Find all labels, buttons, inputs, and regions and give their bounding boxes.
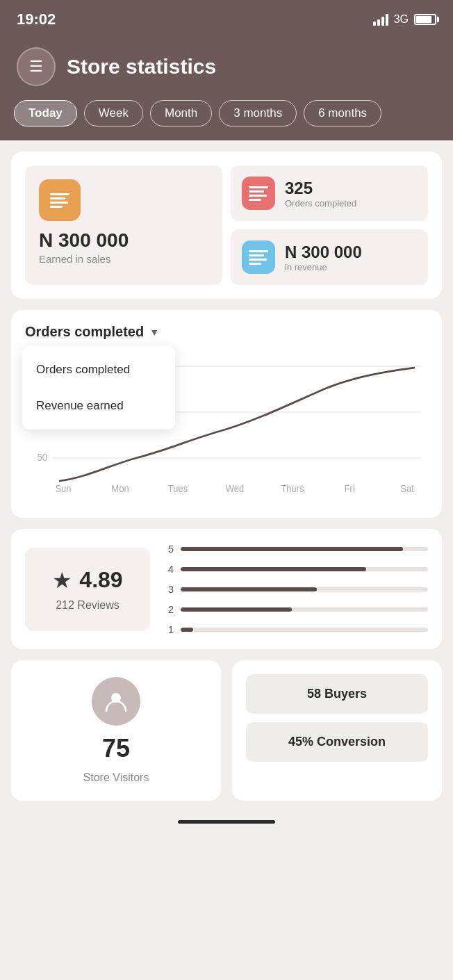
visitor-icon <box>92 677 140 726</box>
reviews-card: ★ 4.89 212 Reviews 5 4 3 2 1 <box>11 529 442 649</box>
svg-text:Tues: Tues <box>168 484 188 495</box>
star-icon: ★ <box>52 567 72 594</box>
main-stat: N 300 000 Earned in sales <box>25 165 222 285</box>
status-bar: 19:02 3G <box>0 0 453 36</box>
revenue-icon <box>242 240 275 274</box>
rating-row-5: 5 <box>164 543 428 555</box>
battery-icon <box>414 14 436 25</box>
visitors-row: 75 Store Visitors 58 Buyers 45% Conversi… <box>11 660 442 801</box>
orders-stat: 325 Orders completed <box>231 165 428 221</box>
rating-value: 4.89 <box>79 567 122 593</box>
menu-icon: ☰ <box>29 58 43 76</box>
reviews-summary: ★ 4.89 212 Reviews <box>25 548 150 631</box>
orders-number: 325 <box>285 179 356 198</box>
filter-bar: Today Week Month 3 months 6 months <box>0 100 453 140</box>
filter-tab-3months[interactable]: 3 months <box>219 100 297 126</box>
rating-label-3: 3 <box>164 583 174 595</box>
status-icons: 3G <box>373 13 436 26</box>
page-title: Store statistics <box>67 55 216 79</box>
buyers-card: 58 Buyers 45% Conversion <box>232 660 442 801</box>
side-stats: 325 Orders completed N 300 000 in revenu… <box>231 165 428 285</box>
visitors-number: 75 <box>102 734 130 763</box>
svg-text:Sun: Sun <box>55 484 71 495</box>
revenue-label: in revenue <box>285 262 362 272</box>
filter-tab-week[interactable]: Week <box>84 100 143 126</box>
buyers-count: 58 Buyers <box>246 674 428 714</box>
network-label: 3G <box>394 13 409 26</box>
visitors-card: 75 Store Visitors <box>11 660 221 801</box>
conversion-rate: 45% Conversion <box>246 722 428 762</box>
filter-tab-month[interactable]: Month <box>150 100 212 126</box>
visitors-label: Store Visitors <box>83 771 149 784</box>
main-content: N 300 000 Earned in sales 325 Orders com… <box>0 140 453 812</box>
sales-icon <box>39 179 81 221</box>
home-indicator <box>0 812 453 829</box>
filter-tab-today[interactable]: Today <box>14 100 77 126</box>
rating-label-1: 1 <box>164 623 174 635</box>
reviews-count: 212 Reviews <box>56 599 120 612</box>
svg-text:50: 50 <box>38 452 48 464</box>
avatar: ☰ <box>17 47 56 86</box>
dropdown-item-revenue[interactable]: Revenue earned <box>22 388 175 424</box>
orders-label: Orders completed <box>285 198 356 209</box>
revenue-amount: N 300 000 <box>285 243 362 262</box>
svg-text:Fri: Fri <box>344 484 354 495</box>
dropdown-item-orders[interactable]: Orders completed <box>22 352 175 388</box>
rating-row-2: 2 <box>164 603 428 615</box>
orders-icon <box>242 177 275 210</box>
rating-label-5: 5 <box>164 543 174 555</box>
rating-row-1: 1 <box>164 623 428 635</box>
chart-dropdown-menu: Orders completed Revenue earned <box>22 346 175 430</box>
signal-icon <box>373 13 388 26</box>
home-bar <box>178 820 275 824</box>
rating-row-3: 3 <box>164 583 428 595</box>
svg-text:Sat: Sat <box>400 484 414 495</box>
rating-label-4: 4 <box>164 563 174 575</box>
filter-tab-6months[interactable]: 6 months <box>304 100 381 126</box>
svg-text:Thurs: Thurs <box>281 484 304 495</box>
chart-header: Orders completed ▼ <box>25 324 428 340</box>
svg-text:Mon: Mon <box>111 484 129 495</box>
status-time: 19:02 <box>17 10 56 28</box>
chart-card: Orders completed ▼ Orders completed Reve… <box>11 310 442 518</box>
earned-label: Earned in sales <box>39 253 208 265</box>
header: ☰ Store statistics <box>0 36 453 100</box>
earned-amount: N 300 000 <box>39 229 208 252</box>
reviews-bars: 5 4 3 2 1 <box>164 543 428 635</box>
stats-card: N 300 000 Earned in sales 325 Orders com… <box>11 152 442 299</box>
svg-text:Wed: Wed <box>226 484 244 495</box>
revenue-stat: N 300 000 in revenue <box>231 229 428 285</box>
rating-row-4: 4 <box>164 563 428 575</box>
chart-dropdown-icon[interactable]: ▼ <box>149 327 159 338</box>
chart-title: Orders completed <box>25 324 144 340</box>
rating-label-2: 2 <box>164 603 174 615</box>
